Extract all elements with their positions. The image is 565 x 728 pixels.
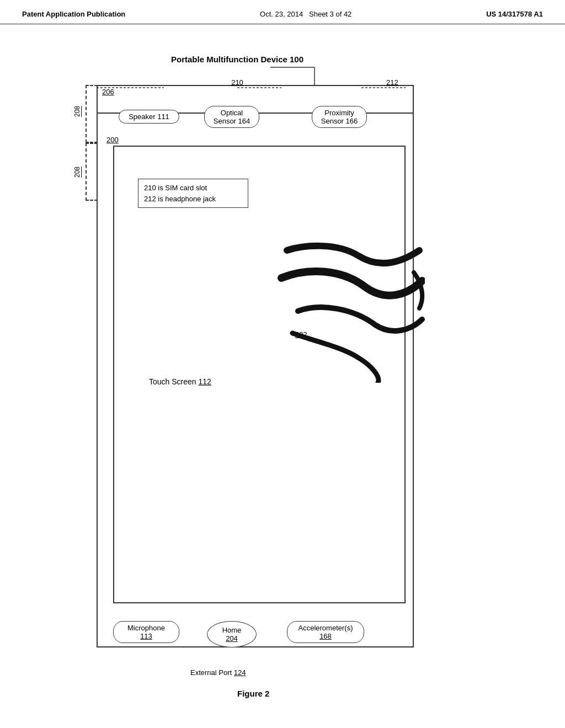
page-header: Patent Application Publication Oct. 23, … (0, 0, 565, 24)
bracket-208-top (86, 85, 98, 143)
line-206-device (97, 85, 164, 90)
line-210-device (237, 85, 281, 90)
touch-screen-label: Touch Screen 112 (149, 377, 211, 386)
microphone-component: Microphone 113 (113, 621, 179, 643)
header-publication: Patent Application Publication (22, 10, 125, 18)
bracket-208-bottom (86, 143, 98, 201)
header-date-sheet: Oct. 23, 2014 Sheet 3 of 42 (260, 10, 351, 18)
proximity-sensor-component: Proximity Sensor 166 (312, 106, 367, 128)
note-box: 210 is SIM card slot 212 is headphone ja… (138, 179, 248, 208)
external-port-label: External Port 124 (190, 668, 246, 677)
speaker-component: Speaker 111 (119, 110, 179, 124)
label-208-top: 208 (73, 106, 81, 117)
label-208-bottom: 208 (73, 167, 81, 178)
diagram-area: Portable Multifunction Device 100 206 21… (0, 24, 565, 719)
figure-label: Figure 2 (237, 689, 269, 698)
hand-gesture-illustration (270, 239, 425, 383)
diagram-title: Portable Multifunction Device 100 (171, 55, 303, 64)
optical-sensor-component: Optical Sensor 164 (204, 106, 259, 128)
line-212-device (361, 85, 406, 90)
header-patent-number: US 14/317578 A1 (486, 10, 543, 18)
home-button-component: Home 204 (207, 621, 257, 647)
accelerometer-component: Accelerometer(s) 168 (287, 621, 364, 643)
label-200: 200 (106, 136, 119, 144)
